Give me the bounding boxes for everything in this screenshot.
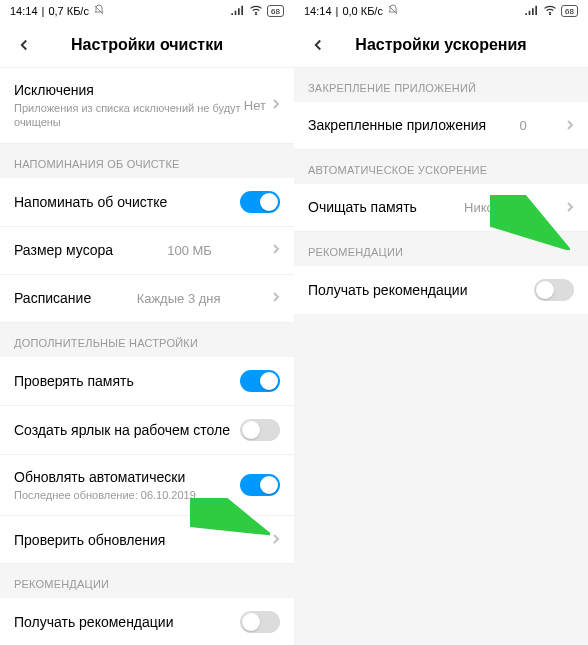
wifi-icon xyxy=(543,5,557,17)
section-pinned: ЗАКРЕПЛЕНИЕ ПРИЛОЖЕНИЙ xyxy=(294,68,588,102)
row-pinned[interactable]: Закрепленные приложения 0 xyxy=(294,102,588,150)
header: Настройки ускорения xyxy=(294,22,588,68)
clear-mem-label: Очищать память xyxy=(308,198,417,216)
header: Настройки очистки xyxy=(0,22,294,68)
chevron-icon xyxy=(272,531,280,549)
check-memory-label: Проверять память xyxy=(14,372,134,390)
signal-icon xyxy=(525,5,539,17)
section-auto: АВТОМАТИЧЕСКОЕ УСКОРЕНИЕ xyxy=(294,150,588,184)
exclusions-value: Нет xyxy=(244,98,266,113)
chevron-icon xyxy=(272,96,280,114)
signal-icon xyxy=(231,5,245,17)
section-recs: РЕКОМЕНДАЦИИ xyxy=(0,564,294,598)
exclusions-sub: Приложения из списка исключений не будут… xyxy=(14,101,244,130)
svg-point-3 xyxy=(550,14,551,15)
row-auto-update[interactable]: Обновлять автоматически Последнее обновл… xyxy=(0,455,294,516)
back-button[interactable] xyxy=(306,33,330,57)
row-clear-mem[interactable]: Очищать память Никогда xyxy=(294,184,588,232)
auto-update-toggle[interactable] xyxy=(240,474,280,496)
remind-toggle[interactable] xyxy=(240,191,280,213)
status-bar: 14:14 | 0,7 КБ/с 68 xyxy=(0,0,294,22)
trash-size-value: 100 МБ xyxy=(167,243,212,258)
svg-point-1 xyxy=(256,14,257,15)
get-recs-label: Получать рекомендации xyxy=(14,613,173,631)
chevron-icon xyxy=(272,289,280,307)
get-recs-toggle[interactable] xyxy=(240,611,280,633)
wifi-icon xyxy=(249,5,263,17)
get-recs-label-r: Получать рекомендации xyxy=(308,281,467,299)
row-check-updates[interactable]: Проверить обновления xyxy=(0,516,294,564)
auto-update-label: Обновлять автоматически xyxy=(14,468,240,486)
status-bar: 14:14 | 0,0 КБ/с 68 xyxy=(294,0,588,22)
check-memory-toggle[interactable] xyxy=(240,370,280,392)
chevron-icon xyxy=(272,241,280,259)
dnd-icon xyxy=(387,4,399,18)
remind-label: Напоминать об очистке xyxy=(14,193,167,211)
check-updates-label: Проверить обновления xyxy=(14,531,165,549)
section-recs-r: РЕКОМЕНДАЦИИ xyxy=(294,232,588,266)
auto-update-sub: Последнее обновление: 06.10.2019 xyxy=(14,488,240,502)
row-trash-size[interactable]: Размер мусора 100 МБ xyxy=(0,227,294,275)
status-time: 14:14 xyxy=(304,5,332,17)
schedule-label: Расписание xyxy=(14,289,91,307)
get-recs-toggle-r[interactable] xyxy=(534,279,574,301)
schedule-value: Каждые 3 дня xyxy=(137,291,221,306)
row-check-memory[interactable]: Проверять память xyxy=(0,357,294,406)
page-title: Настройки ускорения xyxy=(330,36,552,54)
page-title: Настройки очистки xyxy=(36,36,258,54)
dnd-icon xyxy=(93,4,105,18)
pinned-label: Закрепленные приложения xyxy=(308,116,486,134)
row-shortcut[interactable]: Создать ярлык на рабочем столе xyxy=(0,406,294,455)
battery-icon: 68 xyxy=(267,5,284,17)
status-net: 0,7 КБ/с xyxy=(48,5,89,17)
back-button[interactable] xyxy=(12,33,36,57)
exclusions-label: Исключения xyxy=(14,81,244,99)
battery-icon: 68 xyxy=(561,5,578,17)
trash-size-label: Размер мусора xyxy=(14,241,113,259)
clear-mem-value: Никогда xyxy=(464,200,513,215)
row-get-recs[interactable]: Получать рекомендации xyxy=(0,598,294,645)
pinned-value: 0 xyxy=(519,118,526,133)
shortcut-toggle[interactable] xyxy=(240,419,280,441)
shortcut-label: Создать ярлык на рабочем столе xyxy=(14,421,230,439)
row-remind[interactable]: Напоминать об очистке xyxy=(0,178,294,227)
status-net: 0,0 КБ/с xyxy=(342,5,383,17)
section-additional: ДОПОЛНИТЕЛЬНЫЕ НАСТРОЙКИ xyxy=(0,323,294,357)
section-reminders: НАПОМИНАНИЯ ОБ ОЧИСТКЕ xyxy=(0,144,294,178)
phone-left: 14:14 | 0,7 КБ/с 68 Настройки очистки Ис… xyxy=(0,0,294,645)
status-time: 14:14 xyxy=(10,5,38,17)
row-get-recs-r[interactable]: Получать рекомендации xyxy=(294,266,588,314)
chevron-icon xyxy=(566,199,574,217)
chevron-icon xyxy=(566,117,574,135)
phone-right: 14:14 | 0,0 КБ/с 68 Настройки ускорения … xyxy=(294,0,588,645)
row-exclusions[interactable]: Исключения Приложения из списка исключен… xyxy=(0,68,294,144)
row-schedule[interactable]: Расписание Каждые 3 дня xyxy=(0,275,294,323)
